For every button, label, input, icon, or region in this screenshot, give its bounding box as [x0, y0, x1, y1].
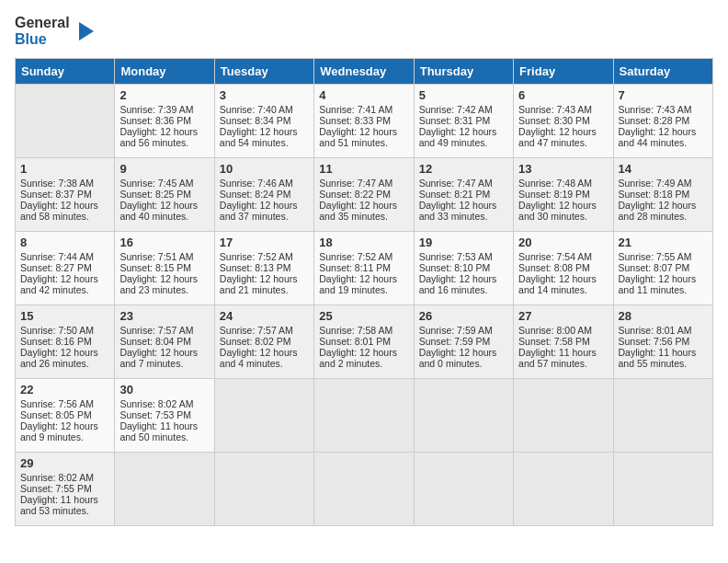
- day-info: Sunrise: 7:42 AM: [419, 104, 508, 115]
- day-cell: 21Sunrise: 7:55 AMSunset: 8:07 PMDayligh…: [613, 232, 712, 305]
- day-info: Daylight: 12 hours: [619, 200, 708, 211]
- day-info: Sunset: 8:37 PM: [20, 189, 109, 200]
- week-row-4: 22Sunrise: 7:56 AMSunset: 8:05 PMDayligh…: [16, 379, 713, 453]
- day-info: and 9 minutes.: [20, 431, 109, 442]
- day-number: 30: [119, 383, 209, 396]
- day-info: Daylight: 12 hours: [419, 273, 508, 284]
- day-info: Sunset: 8:05 PM: [20, 409, 109, 420]
- day-number: 26: [419, 309, 508, 323]
- week-row-5: 29Sunrise: 8:02 AMSunset: 7:55 PMDayligh…: [16, 453, 713, 526]
- day-info: Sunrise: 7:47 AM: [319, 178, 408, 189]
- day-cell: 22Sunrise: 7:56 AMSunset: 8:05 PMDayligh…: [16, 379, 115, 453]
- day-info: and 30 minutes.: [518, 211, 608, 222]
- day-info: Daylight: 11 hours: [20, 494, 109, 505]
- day-cell: [115, 453, 214, 526]
- day-number: 23: [119, 309, 209, 323]
- day-cell: 1Sunrise: 7:38 AMSunset: 8:37 PMDaylight…: [16, 158, 115, 232]
- day-info: Sunset: 8:28 PM: [619, 115, 708, 126]
- day-info: Sunset: 8:15 PM: [119, 262, 209, 273]
- day-info: Sunset: 8:30 PM: [518, 115, 608, 126]
- day-info: and 4 minutes.: [220, 358, 309, 369]
- day-cell: 2Sunrise: 7:39 AMSunset: 8:36 PMDaylight…: [115, 85, 214, 158]
- day-info: Sunset: 7:53 PM: [119, 409, 209, 420]
- day-info: Sunset: 8:18 PM: [619, 189, 708, 200]
- logo-arrow-icon: [74, 18, 99, 44]
- day-number: 5: [419, 88, 508, 102]
- day-info: Daylight: 12 hours: [220, 347, 309, 358]
- day-cell: [214, 379, 313, 453]
- day-number: 11: [319, 162, 408, 176]
- day-cell: 3Sunrise: 7:40 AMSunset: 8:34 PMDaylight…: [214, 85, 313, 158]
- day-info: Sunset: 8:34 PM: [220, 115, 309, 126]
- day-cell: 6Sunrise: 7:43 AMSunset: 8:30 PMDaylight…: [514, 85, 613, 158]
- day-info: Sunrise: 7:40 AM: [220, 104, 309, 115]
- header-row: SundayMondayTuesdayWednesdayThursdayFrid…: [16, 59, 713, 85]
- day-info: Sunset: 8:08 PM: [518, 262, 608, 273]
- day-info: Sunset: 8:16 PM: [20, 336, 109, 347]
- day-info: and 23 minutes.: [119, 284, 209, 295]
- day-cell: 20Sunrise: 7:54 AMSunset: 8:08 PMDayligh…: [514, 232, 613, 305]
- day-cell: 19Sunrise: 7:53 AMSunset: 8:10 PMDayligh…: [414, 232, 513, 305]
- day-number: 10: [220, 162, 309, 176]
- day-info: and 58 minutes.: [20, 211, 109, 222]
- day-info: Sunrise: 7:49 AM: [619, 178, 708, 189]
- day-info: Sunrise: 7:55 AM: [619, 251, 708, 262]
- day-info: Daylight: 12 hours: [119, 200, 209, 211]
- day-cell: [613, 453, 712, 526]
- week-row-1: 1Sunrise: 7:38 AMSunset: 8:37 PMDaylight…: [16, 158, 713, 232]
- day-info: Sunrise: 8:02 AM: [119, 398, 209, 409]
- day-info: and 54 minutes.: [220, 137, 309, 148]
- day-info: Daylight: 12 hours: [119, 347, 209, 358]
- week-row-2: 8Sunrise: 7:44 AMSunset: 8:27 PMDaylight…: [16, 232, 713, 305]
- day-info: and 51 minutes.: [319, 137, 408, 148]
- day-info: Daylight: 12 hours: [119, 126, 209, 137]
- day-info: Sunset: 8:11 PM: [319, 262, 408, 273]
- day-number: 2: [119, 88, 209, 102]
- day-info: and 14 minutes.: [518, 284, 608, 295]
- calendar-table: SundayMondayTuesdayWednesdayThursdayFrid…: [15, 58, 713, 526]
- day-cell: 26Sunrise: 7:59 AMSunset: 7:59 PMDayligh…: [414, 305, 513, 379]
- day-cell: 25Sunrise: 7:58 AMSunset: 8:01 PMDayligh…: [314, 305, 414, 379]
- day-info: and 49 minutes.: [419, 137, 508, 148]
- day-number: 22: [20, 383, 109, 396]
- day-info: and 35 minutes.: [319, 211, 408, 222]
- day-number: 8: [20, 236, 109, 249]
- col-header-thursday: Thursday: [414, 59, 513, 85]
- day-number: 12: [419, 162, 508, 176]
- day-info: Sunrise: 7:48 AM: [518, 178, 608, 189]
- day-info: Daylight: 12 hours: [619, 273, 708, 284]
- week-row-3: 15Sunrise: 7:50 AMSunset: 8:16 PMDayligh…: [16, 305, 713, 379]
- day-info: Sunset: 8:19 PM: [518, 189, 608, 200]
- day-number: 20: [518, 236, 608, 249]
- day-info: Sunrise: 8:02 AM: [20, 472, 109, 483]
- day-info: Sunset: 8:04 PM: [119, 336, 209, 347]
- day-info: Sunrise: 7:57 AM: [220, 325, 309, 336]
- day-info: Daylight: 12 hours: [119, 273, 209, 284]
- day-info: Sunrise: 7:52 AM: [220, 251, 309, 262]
- day-info: Daylight: 12 hours: [619, 126, 708, 137]
- day-info: Daylight: 12 hours: [20, 347, 109, 358]
- day-info: Sunset: 8:33 PM: [319, 115, 408, 126]
- day-info: Daylight: 12 hours: [220, 273, 309, 284]
- day-info: Daylight: 12 hours: [220, 200, 309, 211]
- day-info: and 0 minutes.: [419, 358, 508, 369]
- day-info: and 44 minutes.: [619, 137, 708, 148]
- day-cell: [314, 379, 414, 453]
- day-number: 3: [220, 88, 309, 102]
- day-info: Sunset: 7:55 PM: [20, 483, 109, 494]
- day-info: Daylight: 12 hours: [518, 273, 608, 284]
- day-number: 4: [319, 88, 408, 102]
- logo: General Blue: [15, 15, 99, 47]
- day-info: Sunset: 8:24 PM: [220, 189, 309, 200]
- day-info: and 28 minutes.: [619, 211, 708, 222]
- day-cell: 17Sunrise: 7:52 AMSunset: 8:13 PMDayligh…: [214, 232, 313, 305]
- day-cell: [414, 453, 513, 526]
- day-info: Sunrise: 8:01 AM: [619, 325, 708, 336]
- day-info: and 42 minutes.: [20, 284, 109, 295]
- day-number: 1: [20, 162, 109, 176]
- day-cell: 27Sunrise: 8:00 AMSunset: 7:58 PMDayligh…: [514, 305, 613, 379]
- day-cell: 4Sunrise: 7:41 AMSunset: 8:33 PMDaylight…: [314, 85, 414, 158]
- day-cell: 28Sunrise: 8:01 AMSunset: 7:56 PMDayligh…: [613, 305, 712, 379]
- day-info: Daylight: 12 hours: [319, 126, 408, 137]
- day-cell: [514, 453, 613, 526]
